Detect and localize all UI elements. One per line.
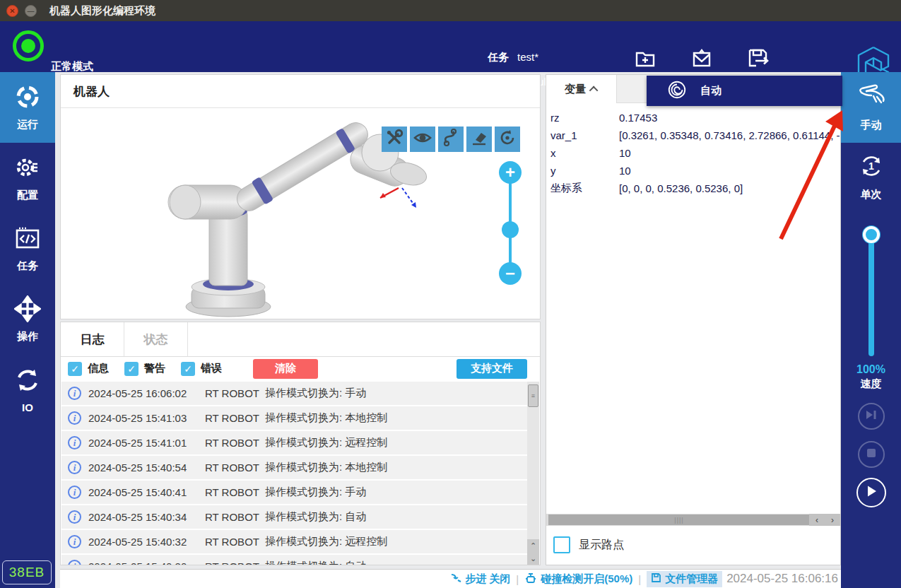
scroll-down-icon[interactable]: ⌄ xyxy=(527,552,539,565)
auto-mode-label: 自动 xyxy=(700,84,722,98)
task-field: 任务test* xyxy=(488,51,538,64)
variable-row[interactable]: x 10 xyxy=(550,144,840,162)
window-close-button[interactable]: ✕ xyxy=(6,5,18,17)
hand-icon xyxy=(856,83,887,114)
speed-slider-thumb[interactable] xyxy=(863,226,880,243)
mode-dropdown-item-auto[interactable]: 自动 xyxy=(647,76,842,106)
log-row[interactable]: i 2024-05-25 15:40:41 RT ROBOT 操作模式切换为: … xyxy=(61,481,529,504)
erase-button[interactable] xyxy=(466,127,492,152)
zoom-slider-thumb[interactable] xyxy=(502,221,519,238)
log-row[interactable]: i 2024-05-25 15:41:03 RT ROBOT 操作模式切换为: … xyxy=(61,406,529,430)
log-message: 操作模式切换为: 自动 xyxy=(265,560,529,565)
collision-text: 碰撞检测开启(50%) xyxy=(541,572,632,586)
sidebar-item-task[interactable]: 任务 xyxy=(0,213,55,284)
variable-name: var_1 xyxy=(550,129,619,141)
log-row[interactable]: i 2024-05-25 16:06:02 RT ROBOT 操作模式切换为: … xyxy=(61,382,529,405)
window-minimize-button[interactable]: — xyxy=(25,5,37,17)
variable-row[interactable]: var_1 [0.3261, 0.35348, 0.73416, 2.72866… xyxy=(550,127,840,144)
tab-log[interactable]: 日志 xyxy=(61,322,124,356)
variable-row[interactable]: y 10 xyxy=(550,162,840,180)
sidebar-item-run[interactable]: 运行 xyxy=(0,72,55,143)
info-icon: i xyxy=(68,411,81,425)
sidebar-item-manual-mode[interactable]: 手动 xyxy=(841,72,901,143)
variables-horizontal-scrollbar[interactable]: |||| ‹ › xyxy=(546,514,840,526)
play-button[interactable] xyxy=(856,478,886,507)
view-zoom-control: + − xyxy=(499,161,522,285)
zoom-in-button[interactable]: + xyxy=(499,161,522,184)
normal-mode-indicator-icon xyxy=(13,30,44,61)
eraser-icon xyxy=(469,128,489,151)
variable-value: 0.17453 xyxy=(619,112,840,124)
log-source: RT ROBOT xyxy=(205,461,265,474)
speed-slider[interactable] xyxy=(867,226,876,360)
stop-button[interactable] xyxy=(858,441,885,468)
show-waypoints-checkbox[interactable] xyxy=(553,536,570,553)
visibility-button[interactable] xyxy=(410,127,435,152)
speed-slider-track[interactable] xyxy=(868,232,874,356)
filter-info-checkbox[interactable]: ✓ xyxy=(68,362,82,376)
support-file-button[interactable]: 支持文件 xyxy=(457,359,527,379)
filter-error-label: 错误 xyxy=(201,362,222,375)
variables-tab[interactable]: 变量 xyxy=(546,75,617,103)
sidebar-item-operate[interactable]: 操作 xyxy=(0,284,55,355)
collision-detect-status[interactable]: 碰撞检测开启(50%) xyxy=(524,572,632,586)
zoom-out-button[interactable]: − xyxy=(499,262,522,285)
scroll-left-icon[interactable]: ‹ xyxy=(809,514,825,526)
filter-error-checkbox[interactable]: ✓ xyxy=(181,362,195,376)
svg-text:1: 1 xyxy=(868,160,874,172)
log-source: RT ROBOT xyxy=(205,511,265,523)
variables-tab-label: 变量 xyxy=(565,83,586,96)
log-row[interactable]: i 2024-05-25 15:41:01 RT ROBOT 操作模式切换为: … xyxy=(61,431,529,454)
app-header: 正常模式 任务test* 配置default 新建 打开 保存 xyxy=(0,21,901,72)
log-time: 2024-05-25 15:41:01 xyxy=(88,437,205,449)
variable-value: 10 xyxy=(619,165,840,177)
log-list[interactable]: i 2024-05-25 16:06:02 RT ROBOT 操作模式切换为: … xyxy=(61,382,529,565)
log-message: 操作模式切换为: 远程控制 xyxy=(265,436,529,449)
step-mode-status[interactable]: 步进 关闭 xyxy=(450,572,510,586)
file-manager-icon xyxy=(651,572,661,585)
log-row[interactable]: i 2024-05-25 15:40:34 RT ROBOT 操作模式切换为: … xyxy=(61,505,529,529)
reset-view-button[interactable] xyxy=(495,127,520,152)
step-forward-button[interactable] xyxy=(858,403,885,430)
left-sidebar: 运行 配置 任务 操作 IO 38EB xyxy=(0,72,55,588)
log-source: RT ROBOT xyxy=(205,412,265,424)
log-time: 2024-05-25 15:40:30 xyxy=(88,560,205,565)
log-message: 操作模式切换为: 自动 xyxy=(265,510,529,524)
status-badge: 38EB xyxy=(2,560,52,584)
log-row[interactable]: i 2024-05-25 15:40:32 RT ROBOT 操作模式切换为: … xyxy=(61,530,529,553)
tools-button[interactable] xyxy=(382,127,407,152)
variable-row[interactable]: rz 0.17453 xyxy=(550,109,840,127)
play-icon xyxy=(865,485,878,500)
file-manager-status[interactable]: 文件管理器 xyxy=(647,571,722,587)
filter-info-label: 信息 xyxy=(88,362,109,375)
sidebar-item-io[interactable]: IO xyxy=(0,355,55,425)
path-curve-icon xyxy=(441,128,461,151)
log-row[interactable]: i 2024-05-25 15:40:54 RT ROBOT 操作模式切换为: … xyxy=(61,456,529,479)
clear-log-button[interactable]: 清除 xyxy=(253,359,318,379)
log-source: RT ROBOT xyxy=(205,536,265,548)
status-timestamp: 2024-05-25 16:06:16 xyxy=(726,572,838,586)
status-bar: 步进 关闭 | 碰撞检测开启(50%) | 文件管理器 2024-05-25 1… xyxy=(60,569,841,588)
variables-panel: 变量 rz 0.17453 var_1 [0.3261, 0.35348, 0.… xyxy=(546,74,841,565)
step-mode-icon xyxy=(450,572,461,586)
variable-row[interactable]: 坐标系 [0, 0, 0, 0.5236, 0.5236, 0] xyxy=(550,180,840,197)
new-file-icon xyxy=(620,47,670,71)
log-time: 2024-05-25 15:40:32 xyxy=(88,536,205,548)
variable-name: rz xyxy=(550,112,619,124)
scroll-right-icon[interactable]: › xyxy=(825,514,840,526)
tab-status[interactable]: 状态 xyxy=(124,322,188,356)
scroll-up-icon[interactable]: ⌃ xyxy=(527,539,539,552)
log-time: 2024-05-25 15:41:03 xyxy=(88,412,205,424)
right-sidebar: 手动 1 单次 100% 速度 xyxy=(841,72,901,588)
log-vertical-scrollbar[interactable]: ≡ ⌃ ⌄ xyxy=(527,382,539,565)
log-filter-row: ✓ 信息 ✓ 警告 ✓ 错误 清除 支持文件 xyxy=(61,357,540,380)
sidebar-item-single-run[interactable]: 1 单次 xyxy=(841,143,901,211)
sidebar-item-config[interactable]: 配置 xyxy=(0,143,55,213)
log-panel: 日志 状态 ✓ 信息 ✓ 警告 ✓ 错误 清除 支持文件 i 2024-05-2… xyxy=(60,322,541,565)
log-scrollbar-thumb[interactable]: ≡ xyxy=(528,384,538,407)
variable-name: y xyxy=(550,165,619,177)
log-row[interactable]: i 2024-05-25 15:40:30 RT ROBOT 操作模式切换为: … xyxy=(61,555,529,565)
filter-warning-checkbox[interactable]: ✓ xyxy=(124,362,139,376)
hscrollbar-thumb[interactable]: |||| xyxy=(548,514,810,525)
path-button[interactable] xyxy=(438,127,464,152)
